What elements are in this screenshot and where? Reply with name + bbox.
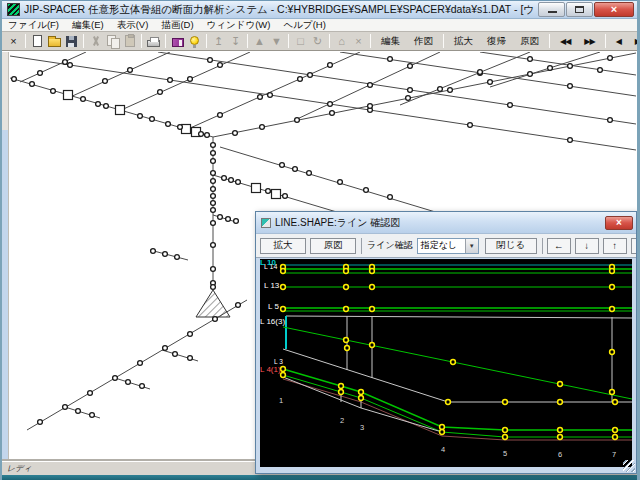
copy-icon — [104, 33, 121, 49]
minimize-icon — [548, 11, 557, 13]
toolbar-separator — [206, 34, 207, 48]
pan-down-button[interactable]: ↓ — [575, 238, 599, 254]
toolbar-separator — [25, 34, 26, 48]
menu-window[interactable]: ウィンドウ(W) — [207, 19, 271, 32]
fast-forward-button[interactable]: ▶▶ — [577, 34, 601, 49]
page-up-icon: ▲ — [251, 33, 268, 49]
node-number-1: 1 — [279, 397, 283, 405]
node-number-7: 7 — [612, 451, 616, 459]
main-window: JIP-SPACER 任意形立体骨組の断面力解析システム - C:¥HYBRID… — [0, 0, 640, 480]
menu-view[interactable]: 表示(V) — [117, 19, 149, 32]
line-label-5: L 5 — [268, 303, 279, 311]
toolbar-separator — [141, 34, 142, 48]
line-shape-close-dialog-button[interactable]: 閉じる — [485, 238, 537, 254]
toolbar-separator — [329, 34, 330, 48]
toolbar-separator — [165, 34, 166, 48]
minimize-button[interactable] — [538, 2, 565, 17]
page-down-icon: ▼ — [268, 33, 285, 49]
fast-back-button[interactable]: ◀◀ — [553, 34, 577, 49]
floppy-icon — [66, 36, 77, 47]
canvas-scrollbar[interactable] — [2, 52, 9, 461]
original-view-button[interactable]: 原図 — [513, 34, 546, 49]
node-number-3: 3 — [360, 424, 364, 432]
line-shape-canvas[interactable]: L 10 L 14 L 13 L 5 L 16(3) L 3 L 4(1) 1 … — [260, 259, 632, 467]
line-shape-original-button[interactable]: 原図 — [310, 238, 356, 254]
line-select-dropdown[interactable]: 指定なし ▼ — [417, 238, 479, 254]
rotate-icon: ↻ — [309, 33, 326, 49]
line-label-4: L 4(1) — [260, 366, 281, 374]
save-icon[interactable] — [63, 33, 80, 49]
app-icon — [7, 3, 20, 16]
node-number-4: 4 — [441, 446, 445, 454]
line-select-value: 指定なし — [418, 239, 465, 252]
manual-icon — [172, 38, 184, 47]
bulb-icon — [190, 36, 199, 45]
restore-button[interactable]: 復帰 — [480, 34, 513, 49]
home-icon: ⌂ — [333, 33, 350, 49]
node-number-6: 6 — [558, 451, 562, 459]
resize-grip[interactable] — [623, 460, 635, 472]
new-file-icon[interactable] — [29, 33, 46, 49]
window-controls: × — [538, 2, 634, 17]
node-number-2: 2 — [340, 417, 344, 425]
line-label-13: L 13 — [264, 282, 279, 290]
toolbar: × ↥ ↧ ▲ ▼ □ ↻ ⌂ × 編集 作図 拡大 復帰 原図 ◀◀ ▶▶ — [2, 32, 637, 51]
line-shape-zoom-button[interactable]: 拡大 — [260, 238, 306, 254]
toolbar-separator — [605, 34, 606, 48]
open-file-icon[interactable] — [46, 33, 63, 49]
zoom-in-button[interactable]: 拡大 — [447, 34, 480, 49]
close-button[interactable]: × — [594, 2, 634, 17]
cut-icon — [87, 33, 104, 49]
toolbar-separator — [443, 34, 444, 48]
line-shape-plot — [260, 259, 632, 467]
cancel-icon: × — [350, 33, 367, 49]
maximize-icon — [575, 6, 584, 13]
toolbar-separator — [247, 34, 248, 48]
toolbar-separator — [549, 34, 550, 48]
window-title: JIP-SPACER 任意形立体骨組の断面力解析システム - C:¥HYBRID… — [24, 3, 534, 17]
maximize-button[interactable] — [566, 2, 593, 17]
forward-button[interactable]: ▶ — [628, 34, 640, 49]
pan-up-button[interactable]: ↑ — [603, 238, 627, 254]
node-number-5: 5 — [503, 450, 507, 458]
clipboard-icon — [125, 35, 135, 47]
toolbar-separator — [361, 238, 362, 254]
draw-button[interactable]: 作図 — [407, 34, 440, 49]
pan-right-button[interactable]: → — [631, 238, 636, 254]
line-shape-titlebar[interactable]: LINE.SHAPE:ライン 確認図 × — [256, 212, 636, 234]
paste-icon — [121, 33, 138, 49]
copy-pages-icon — [107, 35, 119, 47]
menu-bar: ファイル(F) 編集(E) 表示(V) 描画(D) ウィンドウ(W) ヘルプ(H… — [2, 19, 637, 32]
line-confirm-label: ライン確認 — [367, 239, 413, 252]
printer-icon — [147, 40, 160, 47]
line-label-top-white: L 14 — [264, 263, 277, 270]
book-icon[interactable] — [169, 33, 186, 49]
line-shape-window: LINE.SHAPE:ライン 確認図 × 拡大 原図 ライン確認 指定なし ▼ … — [255, 211, 637, 474]
status-text: レディ — [7, 463, 32, 474]
canvas-scrollbar-thumb[interactable] — [2, 130, 8, 461]
toolbar-separator — [370, 34, 371, 48]
toolbar-separator — [83, 34, 84, 48]
menu-file[interactable]: ファイル(F) — [8, 19, 59, 32]
title-bar[interactable]: JIP-SPACER 任意形立体骨組の断面力解析システム - C:¥HYBRID… — [2, 0, 637, 19]
lightbulb-icon[interactable] — [186, 33, 203, 49]
line-shape-toolbar: 拡大 原図 ライン確認 指定なし ▼ 閉じる ← ↓ ↑ → — [256, 234, 636, 258]
print-icon[interactable] — [145, 33, 162, 49]
line-shape-window-icon — [261, 218, 271, 228]
toolbar-separator — [288, 34, 289, 48]
scroll-top-icon: ↥ — [210, 33, 227, 49]
line-label-16: L 16(3) — [260, 318, 285, 326]
menu-help[interactable]: ヘルプ(H) — [284, 19, 326, 32]
scroll-bottom-icon: ↧ — [227, 33, 244, 49]
line-shape-close-button[interactable]: × — [605, 216, 633, 230]
back-button[interactable]: ◀ — [609, 34, 628, 49]
menu-drawing[interactable]: 描画(D) — [161, 19, 193, 32]
edit-button[interactable]: 編集 — [374, 34, 407, 49]
delete-icon[interactable]: × — [5, 33, 22, 49]
menu-edit[interactable]: 編集(E) — [72, 19, 104, 32]
pan-left-button[interactable]: ← — [547, 238, 571, 254]
line-shape-title: LINE.SHAPE:ライン 確認図 — [275, 216, 605, 230]
document-icon — [33, 35, 42, 47]
chevron-down-icon[interactable]: ▼ — [465, 239, 478, 253]
scissors-icon — [90, 35, 102, 47]
